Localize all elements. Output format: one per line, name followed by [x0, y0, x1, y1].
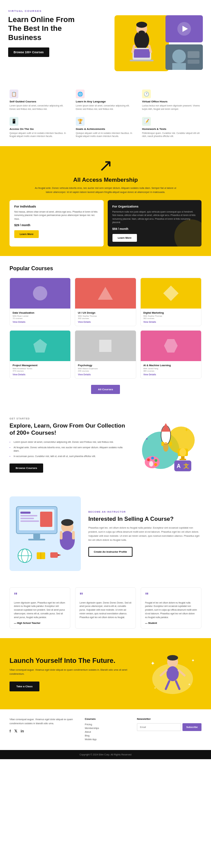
get-started-list: •Lorem ipsum dolor sit amet, consectetur… [10, 440, 127, 458]
all-courses-btn-wrapper: All Courses [10, 385, 201, 394]
footer-bottom: Copyright © 2024 Eltre Corp. All Rights … [0, 750, 211, 759]
course-link-3[interactable]: View Details [13, 373, 68, 376]
course-thumb-4 [75, 331, 136, 361]
svg-point-31 [154, 463, 157, 466]
membership-title: All Access Membership [10, 177, 201, 183]
membership-cards: For Individuals Nisl massa, ultrices vit… [10, 200, 201, 246]
feature-title-2: Virtual Office Hours [142, 100, 201, 103]
feature-desc-4: Quisque aliquam vullit ut mi sodales int… [76, 132, 135, 138]
course-link-2[interactable]: View Details [143, 321, 198, 323]
footer: Vitae consequat augue. Vivamus eget dolo… [0, 709, 211, 759]
feature-item-5: 📝 Homework & Tests Pellentesque quam. Cu… [142, 117, 201, 138]
get-started-svg: ✦ ✦ A 文 [134, 413, 201, 477]
svg-line-7 [149, 46, 151, 52]
footer-social-icons: f 𝕏 in [10, 729, 78, 733]
features-grid: 📋 Self Guided Courses Lorem ipsum dolor … [10, 90, 201, 138]
course-name-3: Project Management [13, 364, 68, 367]
course-card-0: Data Visualization With Ryan Leclair 72 … [10, 278, 71, 326]
individuals-desc: Nisl massa, ultrices vitae ornare sit am… [14, 210, 99, 221]
subscribe-button[interactable]: Subscribe [182, 723, 201, 731]
get-started-illustration: ✦ ✦ A 文 [134, 413, 201, 477]
feature-item-1: 🌐 Learn In Any Language Lorem ipsum dolo… [76, 90, 135, 111]
feature-item-2: 🕐 Virtual Office Hours Luctus lectus non… [142, 90, 201, 111]
svg-point-61 [166, 666, 179, 681]
facebook-icon[interactable]: f [10, 729, 11, 733]
linkedin-icon[interactable]: in [21, 729, 24, 733]
course-thumb-0 [10, 278, 70, 309]
course-link-5[interactable]: View Details [143, 373, 198, 376]
course-instructor-0: With Ryan Leclair [13, 315, 68, 317]
footer-link-2[interactable]: About [85, 731, 131, 733]
testimonial-card-0: " Lorem dignissim quam. Phasellus eget l… [10, 587, 70, 629]
course-name-0: Data Visualization [13, 311, 68, 314]
get-started-label: GET STARTED [10, 417, 127, 420]
svg-rect-24 [181, 456, 184, 459]
svg-point-28 [147, 458, 150, 461]
shape-circle-icon [33, 286, 47, 300]
svg-point-32 [149, 461, 153, 467]
instructor-label: BECOME AN INSTRUCTOR [88, 511, 201, 513]
feature-desc-0: Lorem ipsum dolor sit amet, consectetur … [10, 104, 69, 111]
course-link-4[interactable]: View Details [78, 373, 133, 376]
course-lessons-5: 360 courses [143, 370, 198, 372]
course-name-4: Psychology [78, 364, 133, 367]
shape-pentagon-icon [33, 339, 47, 353]
cta-button[interactable]: Take a Class [10, 682, 39, 691]
svg-rect-25 [179, 459, 186, 460]
footer-copyright: Copyright © 2024 Eltre Corp. All Rights … [80, 753, 131, 756]
all-courses-button[interactable]: All Courses [91, 385, 120, 394]
membership-deco-arrow: ↗ [10, 156, 201, 175]
footer-link-0[interactable]: Pricing [85, 723, 131, 726]
features-section: 📋 Self Guided Courses Lorem ipsum dolor … [0, 81, 211, 146]
instructor-image-block [10, 496, 81, 571]
course-lessons-1: 302 courses [78, 317, 133, 319]
course-thumb-5 [141, 331, 201, 361]
shape-hexagon-icon [164, 339, 178, 353]
browse-courses-button[interactable]: Browse 100+ Courses [8, 47, 49, 57]
testimonials-section: " Lorem dignissim quam. Phasellus eget l… [0, 580, 211, 638]
svg-point-8 [136, 22, 147, 28]
feature-item-3: 📱 Access On The Go Quisque aliquam vulli… [10, 117, 69, 138]
hero-images [104, 15, 203, 75]
testimonial-quote-2: " [145, 592, 197, 599]
svg-rect-49 [60, 531, 63, 539]
footer-link-4[interactable]: Mobile App [85, 738, 131, 741]
footer-email-input[interactable] [137, 723, 181, 731]
svg-text:✦: ✦ [188, 683, 191, 686]
browse-courses-get-started-button[interactable]: Browse Courses [10, 463, 43, 473]
svg-point-12 [172, 50, 186, 63]
course-card-4: Psychology With Mason Espinoza 200 cours… [75, 330, 136, 379]
footer-brand: Vitae consequat augue. Vivamus eget dolo… [10, 717, 78, 742]
feature-title-5: Homework & Tests [142, 127, 201, 131]
footer-link-1[interactable]: Memberships [85, 727, 131, 729]
create-instructor-profile-button[interactable]: Create An Instructor Profile [88, 547, 133, 557]
hero-illustration [115, 15, 169, 71]
svg-text:✦: ✦ [154, 687, 156, 690]
footer-newsletter: Newsletter Subscribe [137, 717, 201, 742]
course-lessons-0: 72 courses [13, 317, 68, 319]
membership-card-organizations: For Organizations Parmentum nulla non ju… [108, 200, 202, 246]
testimonial-author-0: — High School Teacher [14, 622, 66, 624]
instructor-text-block: BECOME AN INSTRUCTOR Interested In Selli… [88, 511, 201, 557]
individuals-learn-button[interactable]: Learn More [14, 230, 39, 238]
course-lessons-3: 470 courses [13, 370, 68, 372]
testimonial-quote-0: " [14, 592, 66, 599]
hero-title: Learn Online From The Best In the Busine… [8, 15, 76, 42]
svg-rect-13 [172, 63, 186, 70]
hero-text-block: Learn Online From The Best In the Busine… [8, 15, 104, 57]
course-thumb-1 [75, 278, 136, 309]
svg-point-26 [179, 448, 186, 456]
course-thumb-2 [141, 278, 201, 309]
hero-photo-box [165, 44, 203, 70]
svg-text:文: 文 [183, 463, 189, 469]
popular-section-title: Popular Courses [10, 265, 201, 272]
footer-links-list: Pricing Memberships About Blog Mobile Ap… [85, 723, 131, 741]
course-link-0[interactable]: View Details [13, 321, 68, 323]
organizations-learn-button[interactable]: Learn More [112, 234, 137, 242]
footer-link-3[interactable]: Blog [85, 734, 131, 737]
shape-square-icon [99, 340, 111, 352]
course-link-1[interactable]: View Details [78, 321, 133, 323]
individuals-price: $29 / month [14, 223, 99, 227]
svg-rect-5 [130, 60, 154, 61]
twitter-icon[interactable]: 𝕏 [14, 729, 17, 733]
